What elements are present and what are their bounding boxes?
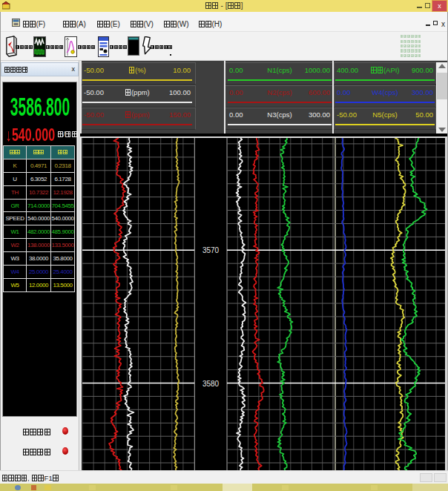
svg-text:3570: 3570: [202, 246, 220, 254]
svg-text:3580: 3580: [202, 380, 220, 388]
